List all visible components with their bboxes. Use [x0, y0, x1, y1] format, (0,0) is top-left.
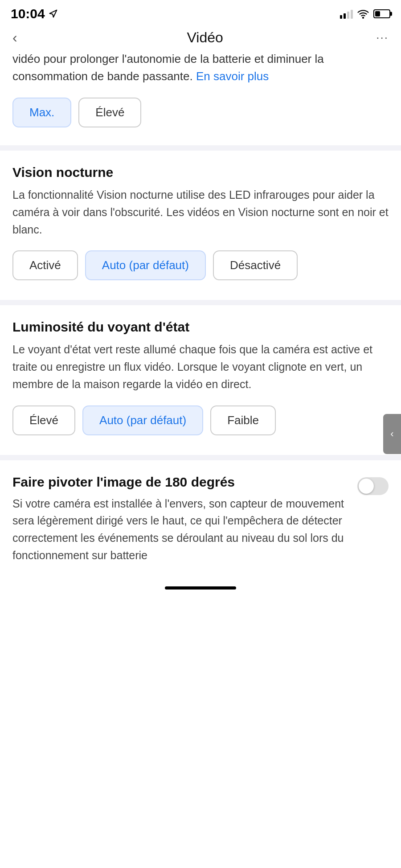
signal-icon [340, 9, 353, 19]
location-icon [49, 9, 57, 18]
status-light-title: Luminosité du voyant d'état [12, 319, 389, 335]
chevron-left-icon: ‹ [390, 428, 393, 440]
section-divider-3 [0, 455, 401, 460]
quality-max-button[interactable]: Max. [12, 98, 71, 127]
rotate-image-text: Faire pivoter l'image de 180 degrés Si v… [12, 475, 348, 564]
learn-more-link[interactable]: En savoir plus [196, 70, 269, 83]
section-divider-2 [0, 300, 401, 305]
wifi-icon [357, 8, 369, 20]
night-vision-title: Vision nocturne [12, 165, 389, 180]
intro-text: vidéo pour prolonger l'autonomie de la b… [12, 50, 389, 85]
status-bar: 10:04 [0, 0, 401, 25]
status-light-auto-button[interactable]: Auto (par défaut) [82, 405, 203, 435]
night-vision-description: La fonctionnalité Vision nocturne utilis… [12, 186, 389, 238]
page-title: Vidéo [187, 29, 223, 46]
back-button[interactable]: ‹ [12, 29, 34, 46]
night-vision-section: Vision nocturne La fonctionnalité Vision… [12, 165, 389, 282]
status-time: 10:04 [11, 6, 57, 21]
home-indicator [165, 586, 236, 590]
section-divider-1 [0, 145, 401, 151]
status-light-low-button[interactable]: Faible [210, 405, 276, 435]
status-light-description: Le voyant d'état vert reste allumé chaqu… [12, 341, 389, 393]
rotate-image-section: Faire pivoter l'image de 180 degrés Si v… [12, 475, 389, 564]
svg-point-1 [363, 17, 364, 18]
battery-icon [373, 9, 390, 18]
quality-high-button[interactable]: Élevé [78, 98, 141, 127]
svg-marker-0 [49, 10, 57, 17]
night-vision-on-button[interactable]: Activé [12, 250, 78, 280]
rotate-image-toggle[interactable] [357, 477, 389, 495]
more-button[interactable]: ··· [376, 31, 389, 45]
status-light-high-button[interactable]: Élevé [12, 405, 75, 435]
time-display: 10:04 [11, 6, 45, 21]
rotate-image-description: Si votre caméra est installée à l'envers… [12, 495, 348, 564]
nav-bar: ‹ Vidéo ··· [0, 25, 401, 50]
status-light-section: Luminosité du voyant d'état Le voyant d'… [12, 319, 389, 437]
main-content: vidéo pour prolonger l'autonomie de la b… [0, 50, 401, 564]
night-vision-button-group: Activé Auto (par défaut) Désactivé [12, 250, 389, 282]
night-vision-off-button[interactable]: Désactivé [213, 250, 298, 280]
night-vision-auto-button[interactable]: Auto (par défaut) [85, 250, 206, 280]
status-icons [340, 8, 390, 20]
rotate-image-title: Faire pivoter l'image de 180 degrés [12, 475, 348, 490]
quality-button-group: Max. Élevé [12, 98, 389, 127]
status-light-button-group: Élevé Auto (par défaut) Faible [12, 405, 389, 437]
sidebar-handle[interactable]: ‹ [383, 414, 401, 454]
